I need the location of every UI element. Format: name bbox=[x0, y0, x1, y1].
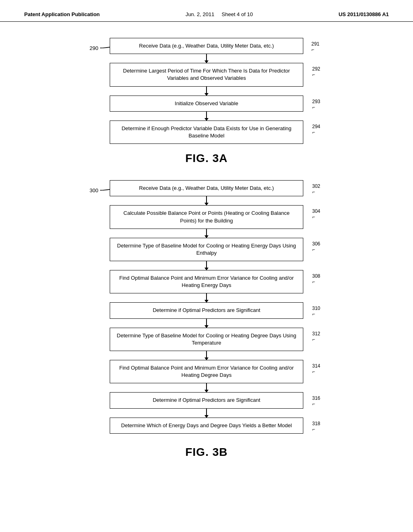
fig3b-flowchart: Receive Data (e.g., Weather Data, Utilit… bbox=[110, 180, 303, 434]
box-308: Find Optimal Balance Point and Minimum E… bbox=[110, 270, 303, 293]
box-306-wrapper: Determine Type of Baseline Model for Coo… bbox=[110, 238, 303, 261]
box-318-wrapper: Determine Which of Energy Days and Degre… bbox=[110, 418, 303, 434]
box-293: Initialize Observed Variable bbox=[110, 96, 303, 112]
ref-316: 316⌐ bbox=[312, 395, 320, 407]
box-306: Determine Type of Baseline Model for Coo… bbox=[110, 238, 303, 261]
box-312: Determine Type of Baseline Model for Coo… bbox=[110, 328, 303, 351]
header-right: US 2011/0130886 A1 bbox=[338, 11, 389, 17]
box-292-wrapper: Determine Largest Period of Time For Whi… bbox=[110, 63, 303, 86]
fig3a-flowchart: Receive Data (e.g., Weather Data, Utilit… bbox=[110, 38, 303, 144]
fig3a-label: FIG. 3A bbox=[185, 152, 227, 165]
box-304: Calculate Possible Balance Point or Poin… bbox=[110, 205, 303, 229]
box-312-wrapper: Determine Type of Baseline Model for Coo… bbox=[110, 328, 303, 351]
ref-291: 291⌐ bbox=[311, 41, 319, 52]
header-date: Jun. 2, 2011 bbox=[186, 11, 215, 17]
box-292: Determine Largest Period of Time For Whi… bbox=[110, 63, 303, 86]
page-header: Patent Application Publication Jun. 2, 2… bbox=[0, 0, 413, 22]
ref-308: 308⌐ bbox=[312, 273, 320, 285]
ref-306: 306⌐ bbox=[312, 241, 320, 252]
fig3b-section: 300 Receive Data (e.g., bbox=[24, 176, 389, 434]
box-302-wrapper: Receive Data (e.g., Weather Data, Utilit… bbox=[110, 180, 303, 196]
header-left: Patent Application Publication bbox=[24, 11, 100, 17]
ref-304: 304⌐ bbox=[312, 208, 320, 220]
arrow-291-292 bbox=[206, 54, 207, 63]
ref-318: 318⌐ bbox=[312, 421, 320, 432]
box-318: Determine Which of Energy Days and Degre… bbox=[110, 418, 303, 434]
box-291-wrapper: Receive Data (e.g., Weather Data, Utilit… bbox=[110, 38, 303, 54]
fig3a-section: 290 Receive Data (e.g., bbox=[24, 34, 389, 144]
arrow-310-312 bbox=[206, 319, 207, 328]
box-310: Determine if Optimal Predictors are Sign… bbox=[110, 302, 303, 318]
arrow-304-306 bbox=[206, 229, 207, 238]
arrow-312-314 bbox=[206, 351, 207, 360]
header-center: Jun. 2, 2011 Sheet 4 of 10 bbox=[186, 11, 253, 17]
box-294: Determine if Enough Predictor Variable D… bbox=[110, 121, 303, 144]
box-308-wrapper: Find Optimal Balance Point and Minimum E… bbox=[110, 270, 303, 293]
arrow-292-293 bbox=[206, 87, 207, 96]
ref-310: 310⌐ bbox=[312, 305, 320, 317]
box-314: Find Optimal Balance Point and Minimum E… bbox=[110, 360, 303, 383]
arrow-306-308 bbox=[206, 261, 207, 270]
arrow-302-304 bbox=[206, 196, 207, 205]
ref-294: 294⌐ bbox=[312, 124, 320, 135]
box-314-wrapper: Find Optimal Balance Point and Minimum E… bbox=[110, 360, 303, 383]
patent-page: Patent Application Publication Jun. 2, 2… bbox=[0, 0, 413, 532]
arrow-316-318 bbox=[206, 409, 207, 418]
box-316-wrapper: Determine if Optimal Predictors are Sign… bbox=[110, 392, 303, 408]
ref-314: 314⌐ bbox=[312, 363, 320, 374]
ref-293: 293⌐ bbox=[312, 99, 320, 110]
box-316: Determine if Optimal Predictors are Sign… bbox=[110, 392, 303, 408]
header-sheet: Sheet 4 of 10 bbox=[222, 11, 253, 17]
ref-302: 302⌐ bbox=[312, 183, 320, 195]
box-293-wrapper: Initialize Observed Variable 293⌐ bbox=[110, 96, 303, 112]
box-291: Receive Data (e.g., Weather Data, Utilit… bbox=[110, 38, 303, 54]
box-302: Receive Data (e.g., Weather Data, Utilit… bbox=[110, 180, 303, 196]
box-304-wrapper: Calculate Possible Balance Point or Poin… bbox=[110, 205, 303, 229]
box-294-wrapper: Determine if Enough Predictor Variable D… bbox=[110, 121, 303, 144]
ref-312: 312⌐ bbox=[312, 331, 320, 342]
arrow-314-316 bbox=[206, 383, 207, 392]
main-content: 290 Receive Data (e.g., bbox=[0, 22, 413, 482]
box-310-wrapper: Determine if Optimal Predictors are Sign… bbox=[110, 302, 303, 318]
fig3b-label: FIG. 3B bbox=[185, 446, 227, 459]
arrow-293-294 bbox=[206, 112, 207, 121]
arrow-308-310 bbox=[206, 293, 207, 302]
ref-292: 292⌐ bbox=[312, 66, 320, 77]
